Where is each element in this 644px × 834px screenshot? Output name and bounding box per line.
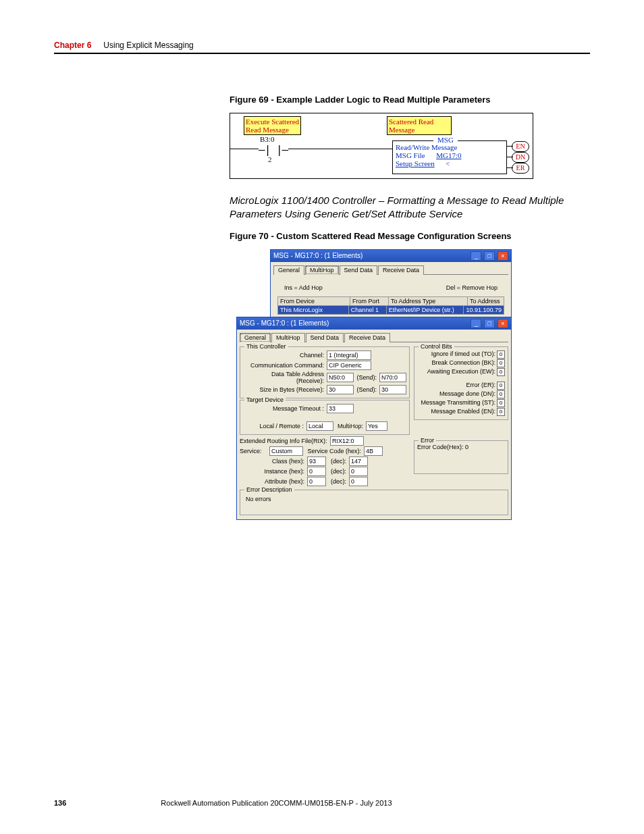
msg-instruction-title: MSG (433, 136, 458, 144)
message-timeout-field[interactable]: 33 (327, 404, 354, 413)
bit-to[interactable]: 0 (497, 350, 505, 359)
hint-add-hop: Ins = Add Hop (284, 284, 323, 291)
instance-hex-field[interactable]: 0 (307, 467, 326, 476)
bit-st[interactable]: 0 (497, 399, 505, 407)
note-scattered-read: Scattered Read Message (387, 116, 452, 135)
hint-remove-hop: Del = Remove Hop (446, 284, 498, 291)
bit-en[interactable]: 0 (497, 408, 505, 416)
chapter-title: Using Explicit Messaging (103, 41, 193, 50)
bit-ew[interactable]: 0 (497, 368, 505, 376)
msg-line-1: Read/Write Message (396, 143, 504, 151)
bit-er[interactable]: 0 (497, 382, 505, 390)
figure-70-caption: Figure 70 - Custom Scattered Read Messag… (230, 231, 590, 241)
instance-dec-field[interactable]: 0 (349, 467, 368, 476)
tab-receive-data[interactable]: Receive Data (378, 265, 424, 275)
page-number: 136 (54, 799, 66, 807)
group-error: Error Error Code(Hex): 0 (414, 440, 508, 474)
contact-address: B3:0 (260, 135, 274, 143)
maximize-icon[interactable]: □ (484, 319, 495, 328)
attribute-dec-field[interactable]: 0 (349, 477, 368, 486)
msg-file-link[interactable]: MG17:0 (436, 151, 461, 159)
publication-id: Rockwell Automation Publication 20COMM-U… (161, 799, 392, 807)
bit-dn[interactable]: 0 (497, 390, 505, 398)
close-icon[interactable]: × (498, 319, 508, 328)
tab-general[interactable]: General (273, 265, 304, 275)
class-dec-field[interactable]: 147 (349, 457, 368, 466)
tab-general[interactable]: General (240, 333, 271, 342)
minimize-icon[interactable]: _ (471, 251, 481, 261)
chapter-label: Chapter 6 (54, 41, 91, 50)
msg-instruction: MSG Read/Write Message MSG File MG17:0 S… (392, 140, 507, 174)
tab-send-data[interactable]: Send Data (306, 333, 344, 342)
error-code: Error Code(Hex): 0 (417, 444, 505, 450)
note-execute-scattered: Execute Scattered Read Message (244, 116, 301, 135)
attribute-hex-field[interactable]: 0 (307, 477, 326, 486)
close-icon[interactable]: × (498, 251, 508, 261)
hop-table-header: From Device From Port To Address Type To… (277, 296, 504, 306)
group-target-device: Target Device Message Timeout : 33 Local… (240, 400, 410, 435)
local-remote-field[interactable]: Local (306, 421, 333, 431)
minimize-icon[interactable]: _ (471, 319, 481, 328)
header-rule (54, 53, 590, 54)
msg-er-output: ER (512, 163, 529, 174)
data-table-send-field[interactable]: N70:0 (379, 373, 406, 382)
group-error-description: Error Description No errors (240, 490, 508, 515)
tab-send-data[interactable]: Send Data (340, 265, 378, 275)
maximize-icon[interactable]: □ (484, 251, 495, 261)
setup-screen-link[interactable]: Setup Screen (396, 159, 435, 167)
title-bar-general: MSG - MG17:0 : (1 Elements) _ □ × (237, 317, 511, 330)
ladder-diagram: Execute Scattered Read Message Scattered… (230, 113, 533, 179)
title-bar-multihop: MSG - MG17:0 : (1 Elements) _ □ × (271, 250, 511, 262)
tab-multihop[interactable]: MultiHop (271, 333, 305, 342)
data-table-receive-field[interactable]: N50:0 (327, 373, 354, 382)
class-hex-field[interactable]: 93 (307, 457, 326, 466)
bit-bk[interactable]: 0 (497, 359, 505, 367)
comm-command-field[interactable]: CIP Generic (327, 361, 371, 370)
subsection-caption: MicroLogix 1100/1400 Controller – Format… (230, 194, 590, 221)
msg-en-output: EN (512, 141, 529, 152)
size-receive-field[interactable]: 30 (327, 385, 354, 394)
channel-field[interactable]: 1 (Integral) (327, 350, 371, 360)
figure-69-caption: Figure 69 - Example Ladder Logic to Read… (230, 95, 590, 105)
size-send-field[interactable]: 30 (379, 385, 406, 394)
ext-routing-file-field[interactable]: RIX12:0 (330, 436, 364, 446)
contact-bit: 2 (268, 155, 272, 163)
window-general: MSG - MG17:0 : (1 Elements) _ □ × Genera… (236, 317, 512, 520)
xic-contact: —| |— (259, 143, 288, 156)
window-multihop: MSG - MG17:0 : (1 Elements) _ □ × Genera… (270, 249, 512, 325)
tab-receive-data[interactable]: Receive Data (344, 333, 390, 342)
multihop-field[interactable]: Yes (366, 421, 387, 431)
group-this-controller: This Controller Channel: 1 (Integral) Co… (240, 346, 410, 398)
service-field[interactable]: Custom (269, 446, 303, 456)
error-description-text: No errors (243, 493, 505, 505)
page-footer: 136 Rockwell Automation Publication 20CO… (54, 799, 590, 807)
service-code-field[interactable]: 4B (364, 446, 383, 456)
group-control-bits: Control Bits Ignore if timed out (TO):0 … (414, 346, 508, 420)
msg-dn-output: DN (512, 152, 529, 163)
hop-table-row[interactable]: This MicroLogix Channel 1 EtherNet/IP De… (277, 306, 504, 315)
tab-multihop[interactable]: MultiHop (305, 265, 339, 275)
